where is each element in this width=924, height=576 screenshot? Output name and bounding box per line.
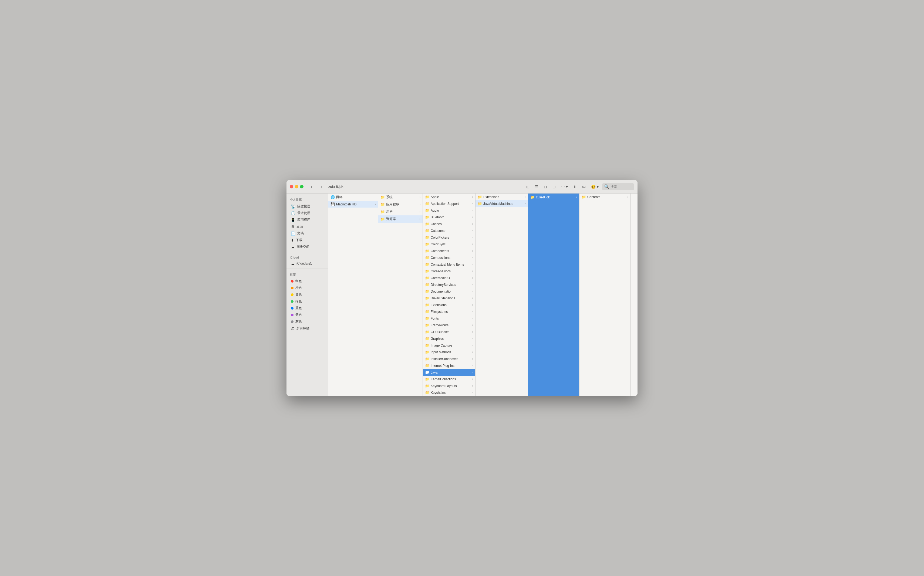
sidebar-item-desktop[interactable]: 🖥 桌面 — [288, 223, 327, 230]
chevron-icon: › — [420, 210, 420, 213]
tag-label: 橙色 — [295, 286, 302, 290]
list-item[interactable]: 📁 DirectoryServices › — [423, 281, 475, 288]
folder-icon: 📁 — [425, 357, 429, 361]
gallery-view-btn[interactable]: ⊡ — [550, 184, 558, 190]
list-item[interactable]: 📁 Keyboard Layouts › — [423, 382, 475, 389]
column-view-btn[interactable]: ⊟ — [542, 184, 549, 190]
sidebar-item-apps[interactable]: 📱 应用程序 — [288, 216, 327, 223]
chevron-icon: › — [628, 195, 628, 198]
folder-icon: 📁 — [425, 310, 429, 314]
sidebar-item-downloads[interactable]: ⬇ 下载 — [288, 237, 327, 243]
icloud-section-label: iCloud — [287, 254, 328, 260]
chevron-icon: › — [525, 195, 526, 198]
forward-button[interactable]: › — [317, 183, 325, 190]
desktop-icon: 🖥 — [291, 224, 295, 229]
list-item[interactable]: 📁 DriverExtensions › — [423, 295, 475, 301]
sidebar-item-label: 应用程序 — [297, 218, 310, 222]
sidebar-item-label: iCloud云盘 — [296, 261, 312, 266]
share-btn[interactable]: ⬆ — [571, 184, 579, 190]
tag-dot-orange — [291, 286, 293, 290]
chevron-icon: › — [472, 337, 473, 340]
sidebar-item-recent[interactable]: 🕐 最近使用 — [288, 210, 327, 216]
more-btn[interactable]: 😊 ▾ — [589, 184, 601, 190]
folder-icon: 📁 — [425, 350, 429, 354]
folder-icon: 📁 — [425, 323, 429, 327]
list-item[interactable]: 📁 Image Capture › — [423, 342, 475, 349]
sidebar-item-tag-green[interactable]: 绿色 — [288, 298, 327, 305]
folder-icon: 📁 — [425, 377, 429, 381]
toolbar-right: ⊞ ☰ ⊟ ⊡ ⋯ ▾ ⬆ 🏷 😊 ▾ 🔍 — [524, 183, 634, 190]
list-item[interactable]: 📁 Bluetooth › — [423, 214, 475, 221]
sidebar-item-tag-orange[interactable]: 橙色 — [288, 285, 327, 291]
list-item[interactable]: 📁 Apple › — [423, 194, 475, 200]
search-input[interactable] — [610, 185, 632, 189]
list-item[interactable]: 📁 Internet Plug-Ins › — [423, 362, 475, 369]
maximize-button[interactable] — [300, 185, 304, 189]
icon-view-btn[interactable]: ⊞ — [524, 184, 532, 190]
list-item[interactable]: 📁 应用程序 › — [378, 201, 423, 208]
list-item[interactable]: 📁 Filesystems › — [423, 308, 475, 315]
list-item[interactable]: 📁 Compositions › — [423, 254, 475, 261]
chevron-icon: › — [472, 391, 473, 394]
list-item[interactable]: 📁 用户 › — [378, 208, 423, 215]
list-item[interactable]: 📁 Catacomb › — [423, 227, 475, 234]
list-item[interactable]: 📁 资源库 › — [378, 215, 423, 223]
list-item[interactable]: 📁 KernelCollections › — [423, 376, 475, 382]
minimize-button[interactable] — [295, 185, 298, 189]
list-item[interactable]: 📁 Fonts › — [423, 315, 475, 322]
column-empty — [631, 194, 637, 396]
search-box[interactable]: 🔍 — [602, 183, 634, 190]
list-item[interactable]: 💾 Macintosh HD › — [328, 201, 378, 208]
sidebar-item-label: 下载 — [296, 238, 303, 242]
list-item[interactable]: 📁 Audio › — [423, 207, 475, 214]
list-item[interactable]: 📁 GPUBundles › — [423, 328, 475, 335]
list-item[interactable]: 📁 Frameworks › — [423, 322, 475, 328]
list-item-java[interactable]: 📁 Java › — [423, 369, 475, 376]
list-item[interactable]: 📁 CoreMediaIO › — [423, 275, 475, 281]
list-item[interactable]: 📁 ColorPickers › — [423, 234, 475, 241]
list-item[interactable]: 📁 ColorSync › — [423, 241, 475, 248]
list-item[interactable]: 📁 Keychains › — [423, 389, 475, 396]
list-item[interactable]: 📁 Documentation › — [423, 288, 475, 295]
sidebar-item-tag-yellow[interactable]: 黄色 — [288, 291, 327, 298]
sidebar-item-airdrop[interactable]: 📡 隔空投送 — [288, 203, 327, 210]
folder-icon: 📁 — [425, 337, 429, 341]
action-btn[interactable]: ⋯ ▾ — [559, 184, 570, 190]
list-item[interactable]: 🌐 网络 — [328, 194, 378, 201]
list-item[interactable]: 📁 Application Support › — [423, 200, 475, 207]
chevron-icon: › — [472, 283, 473, 286]
list-item[interactable]: 📁 Contextual Menu Items › — [423, 261, 475, 268]
sidebar-item-docs[interactable]: 📄 文稿 — [288, 230, 327, 237]
folder-icon: 📁 — [380, 202, 385, 206]
chevron-icon: › — [472, 270, 473, 273]
sidebar-item-sync[interactable]: ☁ 同步空间 — [288, 243, 327, 250]
list-item[interactable]: 📁 Extensions › — [423, 301, 475, 308]
sidebar-item-tag-purple[interactable]: 紫色 — [288, 312, 327, 318]
list-item[interactable]: 📁 Caches › — [423, 221, 475, 227]
tag-btn[interactable]: 🏷 — [580, 184, 588, 190]
list-item[interactable]: 📁 Components › — [423, 248, 475, 254]
list-item[interactable]: 📁 系统 › — [378, 194, 423, 201]
list-item[interactable]: 📁 CoreAnalytics › — [423, 268, 475, 275]
sync-icon: ☁ — [291, 245, 295, 249]
back-button[interactable]: ‹ — [308, 183, 315, 190]
sidebar-item-tag-red[interactable]: 红色 — [288, 278, 327, 285]
list-item[interactable]: 📁 InstallerSandboxes › — [423, 355, 475, 362]
list-item[interactable]: 📁 Extensions › — [476, 194, 528, 200]
list-item[interactable]: 📁 Graphics › — [423, 335, 475, 342]
list-item[interactable]: 📁 Input Methods › — [423, 349, 475, 355]
sidebar-item-tag-blue[interactable]: 蓝色 — [288, 305, 327, 312]
folder-icon: 📁 — [581, 195, 586, 199]
list-view-btn[interactable]: ☰ — [533, 184, 541, 190]
tag-label: 红色 — [295, 279, 302, 283]
sidebar-item-all-tags[interactable]: 🏷 所有标签... — [288, 325, 327, 332]
tag-dot-green — [291, 300, 293, 303]
chevron-icon: › — [472, 310, 473, 313]
close-button[interactable] — [290, 185, 293, 189]
sidebar-item-tag-gray[interactable]: 灰色 — [288, 318, 327, 325]
list-item-jvm[interactable]: 📁 JavaVirtualMachines › — [476, 200, 528, 207]
tag-label: 所有标签... — [296, 326, 312, 331]
sidebar-item-icloud[interactable]: ☁ iCloud云盘 — [288, 260, 327, 267]
airdrop-icon: 📡 — [291, 204, 295, 209]
list-item-contents[interactable]: 📁 Contents › — [580, 194, 631, 200]
